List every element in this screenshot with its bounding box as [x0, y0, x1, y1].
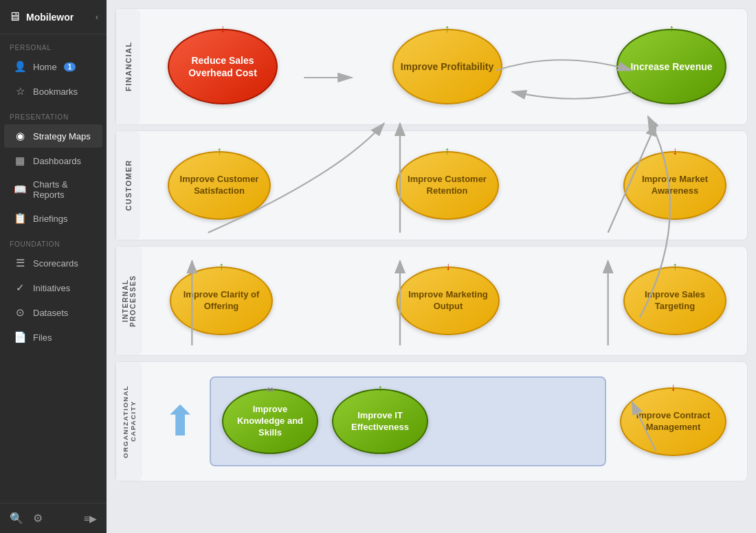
sidebar-item-initiatives-label: Initiatives	[33, 283, 70, 293]
home-badge: 1	[64, 63, 76, 71]
node-improve-clarity-label: Improve Clarity of Offering	[171, 284, 271, 318]
main-content: FINANCIAL ↓ Reduce Sales Overhead Cost ↑…	[107, 0, 756, 533]
internal-label: INTERNAL PROCESSES	[115, 247, 142, 355]
node-reduce-sales-label: Reduce Sales Overhead Cost	[169, 49, 276, 84]
sidebar-item-charts-reports[interactable]: 📖 Charts & Reports	[4, 174, 102, 205]
sidebar-item-datasets-label: Datasets	[33, 308, 68, 318]
sidebar-item-initiatives[interactable]: ✓ Initiatives	[4, 276, 102, 299]
node-improve-cust-sat[interactable]: ↑ Improve Customer Satisfaction	[168, 151, 271, 220]
org-content: ⬆ ⇔ Improve Knowledge and Skills ↑ Impro…	[142, 362, 747, 481]
trend-up-icon5: ↑	[219, 260, 224, 274]
sidebar-item-bookmarks-label: Bookmarks	[33, 87, 78, 97]
app-icon: 🖥	[8, 10, 21, 24]
trend-up-icon: ↑	[445, 22, 450, 36]
financial-label: FINANCIAL	[115, 9, 140, 124]
dashboards-icon: ▦	[14, 155, 26, 167]
bookmark-icon: ☆	[14, 85, 26, 98]
customer-label: CUSTOMER	[115, 131, 140, 240]
app-title: Mobilewor	[26, 12, 74, 23]
home-icon: 👤	[14, 60, 26, 73]
node-improve-cust-sat-label: Improve Customer Satisfaction	[169, 168, 269, 203]
sidebar-item-dashboards-label: Dashboards	[33, 156, 81, 166]
sidebar: 🖥 Mobilewor ‹ PERSONAL 👤 Home 1 ☆ Bookma…	[0, 0, 107, 533]
big-arrow-up: ⬆	[163, 401, 197, 442]
sidebar-item-strategy-maps[interactable]: ◉ Strategy Maps	[4, 124, 102, 148]
sidebar-item-scorecards[interactable]: ☰ Scorecards	[4, 251, 102, 275]
sidebar-item-charts-reports-label: Charts & Reports	[33, 179, 93, 200]
trend-neutral-icon: ⇔	[266, 383, 274, 396]
node-improve-sales-targeting-label: Improve Sales Targeting	[625, 284, 725, 318]
financial-lane: FINANCIAL ↓ Reduce Sales Overhead Cost ↑…	[115, 8, 748, 125]
menu-expand-icon[interactable]: ≡▶	[84, 513, 97, 524]
briefings-icon: 📋	[14, 212, 26, 225]
initiatives-icon: ✓	[14, 282, 26, 294]
settings-icon[interactable]: ⚙	[33, 512, 43, 525]
charts-reports-icon: 📖	[14, 183, 26, 196]
trend-up-icon6: ↑	[672, 260, 678, 274]
trend-up-icon2: ↑	[669, 22, 674, 36]
node-improve-knowledge-label: Improve Knowledge and Skills	[223, 398, 317, 444]
internal-content: ↑ Improve Clarity of Offering ↓ Improve …	[142, 247, 747, 355]
trend-up-icon7: ↑	[377, 382, 383, 396]
node-improve-sales-targeting[interactable]: ↑ Improve Sales Targeting	[623, 266, 726, 335]
sidebar-item-home[interactable]: 👤 Home 1	[4, 55, 102, 78]
node-improve-contract[interactable]: ↓ Improve Contract Management	[620, 387, 726, 456]
knowledge-box: ⇔ Improve Knowledge and Skills ↑ Improve…	[210, 376, 606, 466]
presentation-section-label: PRESENTATION	[0, 104, 107, 124]
sidebar-item-bookmarks[interactable]: ☆ Bookmarks	[4, 80, 102, 103]
trend-down-icon2: ↓	[672, 144, 678, 159]
sidebar-item-datasets[interactable]: ⊙ Datasets	[4, 301, 102, 324]
org-lane: ORGANIZATIONAL CAPACITY ⬆ ⇔ Improve Know…	[115, 361, 748, 481]
node-improve-marketing[interactable]: ↓ Improve Marketing Output	[397, 266, 500, 335]
customer-lane: CUSTOMER ↑ Improve Customer Satisfaction…	[115, 131, 748, 240]
sidebar-item-dashboards[interactable]: ▦ Dashboards	[4, 149, 102, 172]
node-reduce-sales[interactable]: ↓ Reduce Sales Overhead Cost	[168, 29, 278, 104]
internal-lane: INTERNAL PROCESSES ↑ Improve Clarity of …	[115, 246, 748, 356]
node-improve-cust-ret[interactable]: ↑ Improve Customer Retention	[396, 151, 499, 220]
search-icon[interactable]: 🔍	[10, 512, 23, 525]
org-label: ORGANIZATIONAL CAPACITY	[115, 362, 142, 481]
sidebar-item-scorecards-label: Scorecards	[33, 258, 78, 269]
sidebar-header: 🖥 Mobilewor ‹	[0, 0, 107, 34]
node-improve-it-label: Improve IT Effectiveness	[333, 405, 427, 439]
strategy-map: FINANCIAL ↓ Reduce Sales Overhead Cost ↑…	[115, 8, 748, 525]
node-improve-market-label: Improve Market Awareness	[625, 168, 725, 203]
node-increase-revenue-label: Increase Revenue	[625, 55, 718, 78]
sidebar-item-briefings-label: Briefings	[33, 214, 68, 224]
sidebar-bottom: 🔍 ⚙ ≡▶	[0, 503, 107, 533]
node-improve-cust-ret-label: Improve Customer Retention	[397, 168, 498, 203]
node-improve-market[interactable]: ↓ Improve Market Awareness	[623, 151, 726, 220]
node-improve-knowledge[interactable]: ⇔ Improve Knowledge and Skills	[222, 389, 318, 454]
trend-up-icon3: ↑	[216, 144, 222, 159]
sidebar-item-briefings[interactable]: 📋 Briefings	[4, 207, 102, 230]
sidebar-item-files-label: Files	[33, 332, 52, 343]
trend-down-icon: ↓	[220, 22, 225, 36]
sidebar-item-files[interactable]: 📄 Files	[4, 326, 102, 349]
node-improve-marketing-label: Improve Marketing Output	[398, 284, 498, 318]
node-improve-clarity[interactable]: ↑ Improve Clarity of Offering	[170, 266, 273, 335]
strategy-maps-icon: ◉	[14, 130, 26, 142]
sidebar-item-strategy-maps-label: Strategy Maps	[33, 131, 91, 141]
node-improve-profit[interactable]: ↑ Improve Profitability	[392, 29, 502, 104]
node-increase-revenue[interactable]: ↑ Increase Revenue	[616, 29, 726, 104]
files-icon: 📄	[14, 331, 26, 343]
scorecards-icon: ☰	[14, 257, 26, 269]
trend-down-icon3: ↓	[445, 260, 451, 274]
foundation-section-label: FOUNDATION	[0, 231, 107, 251]
node-improve-it[interactable]: ↑ Improve IT Effectiveness	[332, 389, 428, 454]
trend-down-icon4: ↓	[671, 381, 676, 395]
sidebar-collapse-button[interactable]: ‹	[96, 12, 98, 22]
financial-content: ↓ Reduce Sales Overhead Cost ↑ Improve P…	[140, 9, 747, 124]
personal-section-label: PERSONAL	[0, 34, 107, 54]
node-improve-profit-label: Improve Profitability	[395, 55, 499, 78]
datasets-icon: ⊙	[14, 306, 26, 319]
node-improve-contract-label: Improve Contract Management	[621, 405, 725, 439]
sidebar-item-home-label: Home	[33, 62, 57, 72]
customer-content: ↑ Improve Customer Satisfaction ↑ Improv…	[140, 131, 747, 240]
trend-up-icon4: ↑	[445, 144, 450, 159]
